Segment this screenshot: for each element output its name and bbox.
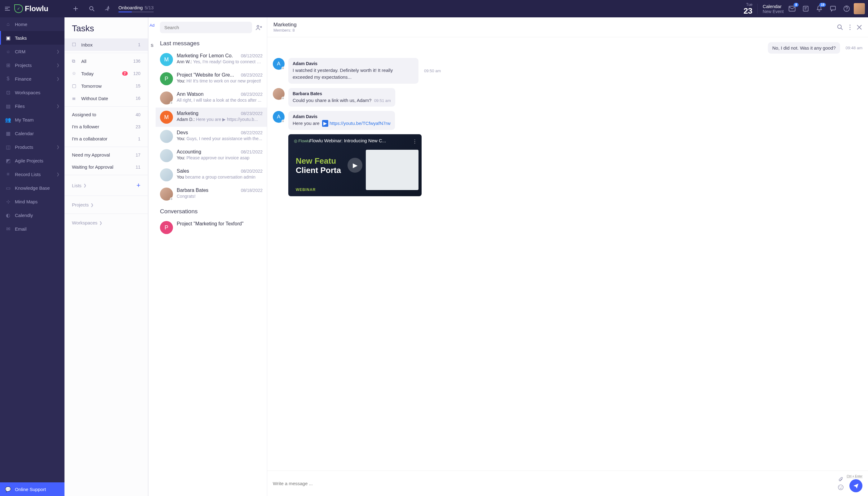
chat-global-icon[interactable] — [829, 5, 837, 13]
video-more-icon[interactable]: ⋮ — [412, 139, 417, 144]
message-date: 08/20/2022 — [241, 169, 263, 174]
nav-item-my-team[interactable]: 👥My Team — [0, 113, 64, 126]
chevron-right-icon: ❯ — [99, 221, 102, 225]
message-sender: Adam Davis — [293, 61, 414, 66]
nav-item-finance[interactable]: $Finance❯ — [0, 72, 64, 86]
svg-point-5 — [257, 26, 259, 27]
chat-search-icon[interactable] — [837, 24, 843, 30]
avatar: A — [273, 111, 284, 123]
message-bubble: Adam DavisI watched it yesterday. Defini… — [288, 58, 418, 84]
video-tag: WEBINAR — [296, 188, 315, 192]
chat-close-icon[interactable] — [857, 25, 862, 30]
task-filter-i-m-a-collaborator[interactable]: I'm a collaborator1 — [64, 133, 148, 145]
task-filter-inbox[interactable]: ☐Inbox1 — [64, 38, 148, 51]
nav-item-projects[interactable]: ⊞Projects❯ — [0, 58, 64, 72]
inbox-icon[interactable]: 8 — [788, 5, 796, 13]
message-name: Project "Website for Gre... — [177, 72, 234, 78]
chat-body[interactable]: No, I did not. Was it any good?09:48 amA… — [267, 37, 868, 470]
message-bubble: Barbara BatesCould you share a link with… — [288, 88, 395, 107]
pin-icon[interactable] — [104, 4, 112, 13]
message-time: 09:48 am — [846, 46, 863, 50]
nav-item-email[interactable]: ✉Email — [0, 222, 64, 236]
nav-item-mind-maps[interactable]: ⊹Mind Maps — [0, 195, 64, 208]
emoji-icon[interactable] — [838, 484, 843, 490]
message-item[interactable]: MMarketing08/23/2022Adam D.: Here you ar… — [156, 108, 267, 127]
chat-more-icon[interactable] — [849, 25, 851, 30]
nav-icon: ▦ — [5, 130, 11, 136]
nav-item-record-lists[interactable]: ≡Record Lists❯ — [0, 167, 64, 181]
section-label: Workspaces — [72, 220, 97, 226]
nav-item-tasks[interactable]: ▣Tasks — [0, 31, 64, 45]
add-icon[interactable] — [71, 4, 80, 13]
task-row-label: Tomorrow — [81, 83, 102, 89]
nav-item-agile-projects[interactable]: ◩Agile Projects — [0, 154, 64, 167]
message-preview: Adam D.: Here you are ▶ https://youtu.b.… — [177, 117, 263, 122]
message-date: 08/23/2022 — [241, 111, 263, 116]
task-filter-today[interactable]: ☆Today7120 — [64, 67, 148, 80]
calendar-sub: New Event — [763, 9, 784, 14]
task-filter-waiting-for-approval[interactable]: Waiting for Approval11 — [64, 161, 148, 173]
message-item[interactable]: Sales08/20/2022You became a group conver… — [156, 165, 267, 184]
attach-icon[interactable] — [838, 477, 843, 483]
nav-item-knowledge-base[interactable]: ▭Knowledge Base — [0, 181, 64, 195]
task-row-label: I'm a collaborator — [72, 136, 108, 141]
message-item[interactable]: Accounting08/21/2022You: Please approve … — [156, 146, 267, 165]
menu-toggle[interactable] — [3, 7, 12, 11]
send-button[interactable] — [849, 479, 863, 492]
nav-item-calendar[interactable]: ▦Calendar — [0, 126, 64, 140]
message-item[interactable]: MMarketing For Lemon Co.08/12/2022Ann W.… — [156, 50, 267, 69]
nav-item-products[interactable]: ◫Products❯ — [0, 140, 64, 154]
conversation-item[interactable]: PProject "Marketing for Texford" — [156, 218, 267, 237]
search-icon[interactable] — [88, 4, 96, 13]
notes-icon[interactable] — [802, 5, 810, 13]
task-section-projects[interactable]: Projects❯ — [64, 198, 148, 212]
nav-item-crm[interactable]: ☼CRM❯ — [0, 45, 64, 58]
task-count: 17 — [136, 153, 140, 157]
calendar-button[interactable]: Calendar New Event — [757, 4, 784, 14]
brand-logo[interactable]: ✓ Flowlu — [14, 4, 48, 13]
message-item[interactable]: PProject "Website for Gre...08/23/2022Yo… — [156, 69, 267, 88]
task-filter-assigned-to[interactable]: Assigned to40 — [64, 108, 148, 121]
conversations-header: Conversations — [156, 204, 267, 218]
message-item[interactable]: Barbara Bates08/18/2022Congrats! — [156, 184, 267, 204]
messages-search-input[interactable] — [160, 22, 252, 33]
task-count: 40 — [136, 112, 140, 117]
task-row-label: I'm a follower — [72, 124, 99, 129]
message-name: Barbara Bates — [177, 188, 208, 193]
nav-label: Home — [15, 22, 27, 27]
task-badge: 7 — [122, 71, 128, 76]
add-people-icon[interactable] — [255, 25, 263, 30]
task-filter-all[interactable]: ⧉All136 — [64, 55, 148, 67]
task-filter-i-m-a-follower[interactable]: I'm a follower23 — [64, 121, 148, 133]
play-icon[interactable]: ▶ — [347, 158, 362, 173]
nav-item-files[interactable]: ▤Files❯ — [0, 99, 64, 113]
message-item[interactable]: Ann Watson08/23/2022All right, I will ta… — [156, 88, 267, 108]
message-preview: Congrats! — [177, 194, 263, 199]
nav-item-home[interactable]: ⌂Home — [0, 17, 64, 31]
chevron-right-icon: ❯ — [57, 49, 60, 53]
message-date: 08/12/2022 — [241, 53, 263, 58]
nav-item-calendly[interactable]: ◐Calendly — [0, 208, 64, 222]
task-filter-without-date[interactable]: ≣Without Date16 — [64, 92, 148, 105]
video-brand: ◎ Flowlu — [294, 139, 310, 143]
message-input[interactable] — [273, 481, 835, 486]
task-count: 136 — [133, 59, 140, 64]
task-filter-tomorrow[interactable]: ▢Tomorrow15 — [64, 80, 148, 92]
task-row-label: Today — [81, 71, 94, 76]
task-filter-need-my-approval[interactable]: Need my Approval17 — [64, 149, 148, 161]
onboarding-progress[interactable]: Onboarding 5/13 — [119, 5, 154, 12]
bell-icon[interactable]: 19 — [815, 5, 823, 13]
task-count: 1 — [138, 42, 140, 47]
add-list-icon[interactable]: + — [136, 181, 140, 189]
message-link[interactable]: https://youtu.be/TCfwyafN7rw — [329, 121, 391, 126]
help-icon[interactable] — [842, 5, 851, 13]
online-support-button[interactable]: 💬Online Support — [0, 482, 64, 496]
message-item[interactable]: Devs08/22/2022You: Guys, I need your ass… — [156, 127, 267, 146]
overflow-add[interactable]: Ad — [150, 23, 155, 28]
task-section-lists[interactable]: Lists❯+ — [64, 177, 148, 194]
date-display[interactable]: Tue 23 — [743, 2, 753, 15]
nav-item-workspaces[interactable]: ⊡Workspaces — [0, 86, 64, 99]
task-section-workspaces[interactable]: Workspaces❯ — [64, 216, 148, 230]
user-avatar[interactable] — [854, 3, 865, 14]
video-preview[interactable]: ◎ FlowluFlowlu Webinar: Introducing New … — [288, 134, 422, 196]
